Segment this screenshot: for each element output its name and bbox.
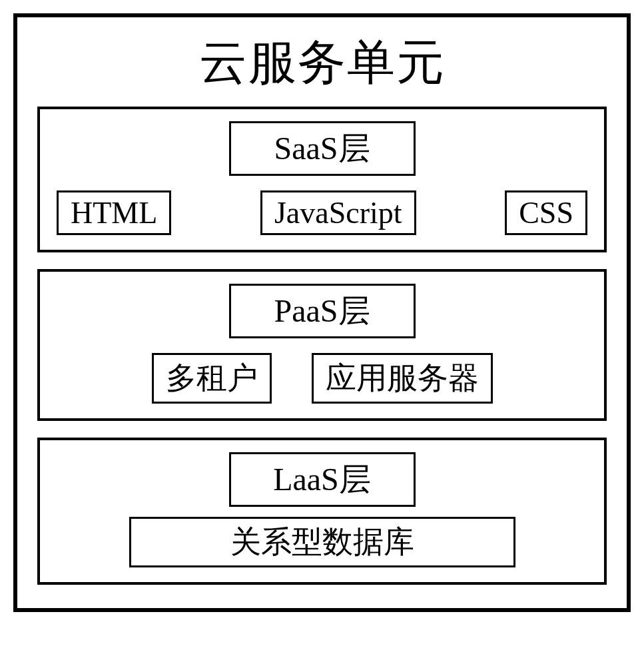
- paas-layer-title: PaaS层: [229, 284, 416, 338]
- paas-items-row: 多租户 应用服务器: [57, 353, 587, 404]
- saas-layer-block: SaaS层 HTML JavaScript CSS: [37, 107, 607, 252]
- saas-item-css: CSS: [505, 190, 587, 235]
- main-title: 云服务单元: [37, 31, 607, 95]
- paas-item-multitenant: 多租户: [152, 353, 272, 404]
- saas-item-javascript: JavaScript: [260, 190, 416, 235]
- cloud-service-unit-container: 云服务单元 SaaS层 HTML JavaScript CSS PaaS层 多租…: [13, 13, 631, 612]
- paas-layer-block: PaaS层 多租户 应用服务器: [37, 269, 607, 421]
- laas-items-row: 关系型数据库: [57, 517, 587, 567]
- saas-layer-title: SaaS层: [229, 121, 416, 176]
- laas-item-rdbms: 关系型数据库: [129, 517, 515, 567]
- saas-items-row: HTML JavaScript CSS: [57, 190, 587, 235]
- saas-item-html: HTML: [57, 190, 171, 235]
- paas-item-appserver: 应用服务器: [312, 353, 493, 404]
- laas-layer-block: LaaS层 关系型数据库: [37, 438, 607, 585]
- laas-layer-title: LaaS层: [229, 452, 416, 507]
